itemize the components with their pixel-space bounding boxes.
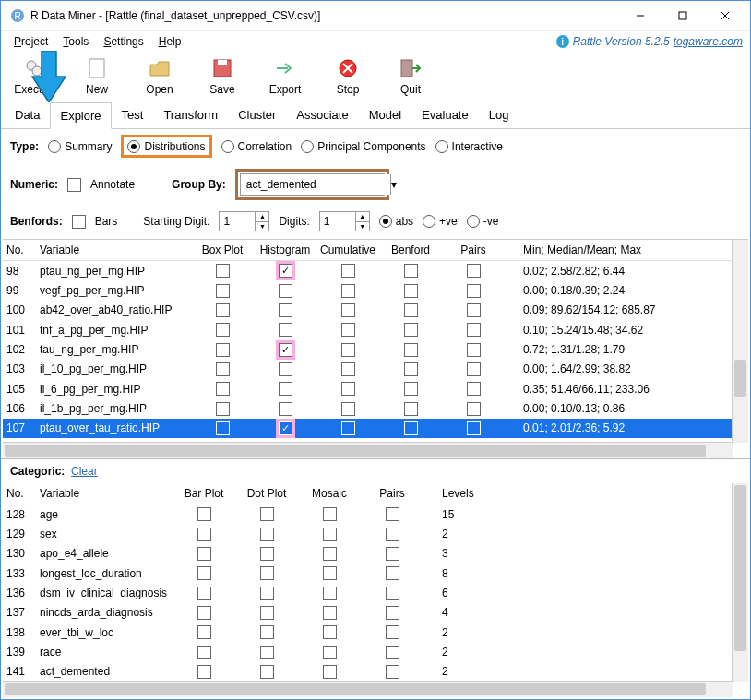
box-checkbox[interactable]: [216, 303, 230, 317]
ben-checkbox[interactable]: [404, 382, 418, 396]
pairs-checkbox[interactable]: [467, 421, 481, 435]
ben-checkbox[interactable]: [404, 362, 418, 376]
ben-checkbox[interactable]: [404, 284, 418, 298]
pairs-checkbox[interactable]: [467, 362, 481, 376]
dot-checkbox[interactable]: [260, 665, 274, 679]
col-stats[interactable]: Min; Median/Mean; Max: [505, 240, 748, 261]
minimize-button[interactable]: [619, 2, 662, 30]
col-boxplot[interactable]: Box Plot: [191, 240, 254, 261]
dot-checkbox[interactable]: [260, 507, 274, 521]
pairs-checkbox[interactable]: [386, 587, 399, 600]
numeric-scroll[interactable]: No. Variable Box Plot Histogram Cumulati…: [3, 240, 748, 458]
numeric-hscrollbar[interactable]: [3, 442, 733, 458]
hist-checkbox[interactable]: [279, 343, 292, 357]
table-row[interactable]: 141act_demented2: [3, 662, 733, 682]
pairs-checkbox[interactable]: [467, 323, 481, 337]
radio-distributions[interactable]: Distributions: [127, 140, 205, 153]
hist-checkbox[interactable]: [279, 362, 292, 376]
radio-pve[interactable]: +ve: [423, 215, 458, 228]
digits-spinner[interactable]: ▲▼: [319, 211, 370, 231]
hist-checkbox[interactable]: [279, 382, 292, 396]
tab-explore[interactable]: Explore: [50, 102, 111, 129]
groupby-combo[interactable]: ▾: [240, 173, 385, 196]
cum-checkbox[interactable]: [341, 421, 355, 435]
dot-checkbox[interactable]: [260, 587, 274, 600]
table-row[interactable]: 129sex2: [3, 524, 733, 543]
tab-model[interactable]: Model: [359, 101, 411, 128]
box-checkbox[interactable]: [216, 343, 230, 357]
table-row[interactable]: 98ptau_ng_per_mg.HIP0.02; 2.58/2.82; 6.4…: [3, 261, 748, 281]
table-row[interactable]: 100ab42_over_ab40_ratio.HIP0.09; 89.62/1…: [3, 301, 748, 320]
mosaic-checkbox[interactable]: [323, 606, 337, 620]
tab-cluster[interactable]: Cluster: [228, 101, 286, 128]
radio-summary[interactable]: Summary: [48, 140, 112, 153]
ben-checkbox[interactable]: [404, 343, 418, 357]
hist-checkbox[interactable]: [279, 421, 292, 435]
hist-checkbox[interactable]: [279, 284, 292, 298]
box-checkbox[interactable]: [216, 421, 230, 435]
save-button[interactable]: Save: [197, 55, 248, 96]
pairs-checkbox[interactable]: [467, 343, 481, 357]
table-row[interactable]: 99vegf_pg_per_mg.HIP0.00; 0.18/0.39; 2.2…: [3, 280, 748, 300]
box-checkbox[interactable]: [216, 402, 230, 416]
pairs-checkbox[interactable]: [386, 606, 399, 620]
col-variable[interactable]: Variable: [36, 240, 191, 261]
mosaic-checkbox[interactable]: [323, 587, 337, 600]
hist-checkbox[interactable]: [279, 402, 292, 416]
categoric-vscrollbar[interactable]: [732, 483, 748, 682]
mosaic-checkbox[interactable]: [323, 566, 337, 580]
bar-checkbox[interactable]: [197, 625, 211, 639]
tab-evaluate[interactable]: Evaluate: [411, 101, 479, 128]
box-checkbox[interactable]: [216, 284, 230, 298]
spin-up-icon[interactable]: ▲: [256, 212, 268, 222]
pairs-checkbox[interactable]: [386, 665, 399, 679]
table-row[interactable]: 136dsm_iv_clinical_diagnosis6: [3, 583, 733, 602]
box-checkbox[interactable]: [216, 264, 230, 278]
table-row[interactable]: 101tnf_a_pg_per_mg.HIP0.10; 15.24/15.48;…: [3, 320, 748, 339]
menu-project[interactable]: Project: [8, 33, 54, 50]
bar-checkbox[interactable]: [197, 566, 211, 580]
pairs-checkbox[interactable]: [467, 303, 481, 317]
table-row[interactable]: 139race2: [3, 642, 733, 661]
col-cumulative[interactable]: Cumulative: [316, 240, 379, 261]
table-row[interactable]: 133longest_loc_duration8: [3, 564, 733, 583]
mosaic-checkbox[interactable]: [323, 507, 337, 521]
categoric-scroll[interactable]: No. Variable Bar Plot Dot Plot Mosaic Pa…: [3, 483, 733, 682]
dot-checkbox[interactable]: [260, 606, 274, 620]
table-row[interactable]: 106il_1b_pg_per_mg.HIP0.00; 0.10/0.13; 0…: [3, 398, 748, 418]
radio-correlation[interactable]: Correlation: [221, 140, 292, 153]
bar-checkbox[interactable]: [197, 528, 211, 541]
spin-up-icon[interactable]: ▲: [356, 212, 369, 222]
table-row[interactable]: 138ever_tbi_w_loc2: [3, 623, 733, 642]
pairs-checkbox[interactable]: [386, 507, 399, 521]
col-pairs[interactable]: Pairs: [361, 483, 423, 504]
spin-down-icon[interactable]: ▼: [256, 222, 268, 231]
maximize-button[interactable]: [662, 2, 704, 30]
cum-checkbox[interactable]: [341, 343, 355, 357]
table-row[interactable]: 103il_10_pg_per_mg.HIP0.00; 1.64/2.99; 3…: [3, 360, 748, 379]
menu-settings[interactable]: Settings: [98, 33, 149, 50]
dot-checkbox[interactable]: [260, 625, 274, 639]
bar-checkbox[interactable]: [197, 547, 211, 561]
radio-interactive[interactable]: Interactive: [435, 140, 503, 153]
table-row[interactable]: 102tau_ng_per_mg.HIP0.72; 1.31/1.28; 1.7…: [3, 339, 748, 359]
close-button[interactable]: [704, 2, 746, 30]
hist-checkbox[interactable]: [279, 264, 292, 278]
version-link[interactable]: togaware.com: [674, 35, 743, 48]
numeric-vscrollbar[interactable]: [732, 240, 748, 443]
tab-log[interactable]: Log: [479, 101, 519, 128]
mosaic-checkbox[interactable]: [323, 646, 337, 659]
groupby-input[interactable]: [241, 174, 390, 195]
cum-checkbox[interactable]: [341, 284, 355, 298]
pairs-checkbox[interactable]: [386, 547, 399, 561]
annotate-checkbox[interactable]: [67, 178, 81, 192]
dot-checkbox[interactable]: [260, 566, 274, 580]
dot-checkbox[interactable]: [260, 646, 274, 659]
bar-checkbox[interactable]: [197, 646, 211, 659]
box-checkbox[interactable]: [216, 382, 230, 396]
box-checkbox[interactable]: [216, 323, 230, 337]
bar-checkbox[interactable]: [197, 606, 211, 620]
mosaic-checkbox[interactable]: [323, 547, 337, 561]
dot-checkbox[interactable]: [260, 528, 274, 541]
col-variable[interactable]: Variable: [36, 483, 173, 504]
